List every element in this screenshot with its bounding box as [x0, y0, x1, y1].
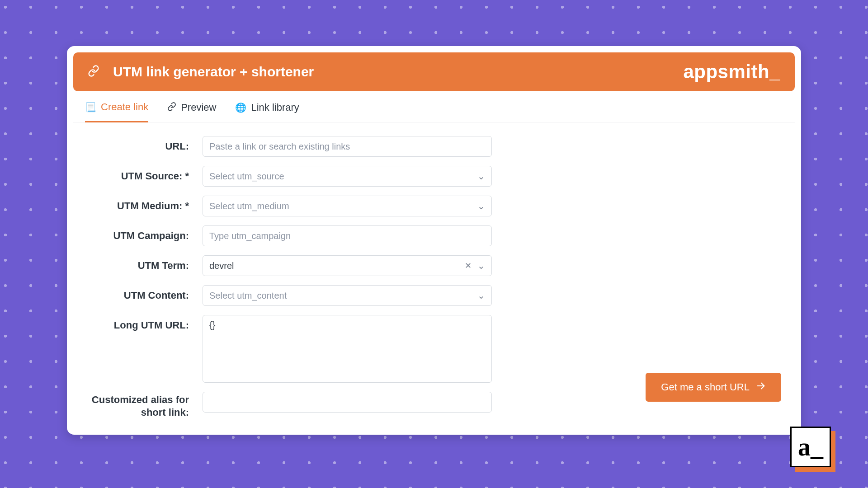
form: URL: Paste a link or search existing lin… — [73, 122, 795, 432]
tab-label: Preview — [181, 102, 216, 113]
label-content: UTM Content: — [85, 285, 203, 306]
label-url: URL: — [85, 136, 203, 157]
get-short-url-button[interactable]: Get me a short URL — [646, 373, 781, 402]
link-icon — [88, 65, 99, 79]
document-icon: 📃 — [85, 102, 96, 113]
logo-box: a_ — [790, 427, 831, 467]
chevron-down-icon: ⌄ — [477, 260, 485, 271]
utm-medium-select[interactable]: Select utm_medium ⌄ — [203, 196, 492, 216]
chevron-down-icon: ⌄ — [477, 290, 485, 301]
field-value: {} — [209, 320, 215, 330]
row-content: UTM Content: Select utm_content ⌄ — [85, 285, 783, 306]
label-source: UTM Source: * — [85, 166, 203, 187]
alias-input[interactable] — [203, 392, 492, 413]
close-icon[interactable]: ✕ — [465, 261, 472, 271]
placeholder-text: Select utm_source — [209, 171, 284, 182]
app-card: UTM link generator + shortener appsmith_… — [67, 46, 801, 435]
utm-source-select[interactable]: Select utm_source ⌄ — [203, 166, 492, 187]
tabs: 📃 Create link Preview 🌐 Link library — [73, 91, 795, 122]
globe-icon: 🌐 — [235, 102, 246, 113]
row-term: UTM Term: devrel ✕ ⌄ — [85, 255, 783, 276]
header-left: UTM link generator + shortener — [88, 64, 314, 80]
tab-label: Link library — [251, 102, 299, 113]
placeholder-text: Select utm_content — [209, 291, 287, 301]
tab-link-library[interactable]: 🌐 Link library — [235, 101, 299, 122]
row-url: URL: Paste a link or search existing lin… — [85, 136, 783, 157]
logo-text: a_ — [798, 432, 823, 461]
long-url-textarea[interactable]: {} — [203, 315, 492, 383]
utm-campaign-input[interactable]: Type utm_campaign — [203, 225, 492, 246]
field-value: devrel — [209, 261, 234, 271]
row-source: UTM Source: * Select utm_source ⌄ — [85, 166, 783, 187]
label-alias: Customized alias for short link: — [85, 392, 203, 419]
tab-create-link[interactable]: 📃 Create link — [85, 101, 148, 122]
utm-term-select[interactable]: devrel ✕ ⌄ — [203, 255, 492, 276]
label-long-url: Long UTM URL: — [85, 315, 203, 336]
chevron-down-icon: ⌄ — [477, 201, 485, 211]
placeholder-text: Type utm_campaign — [209, 231, 291, 241]
brand-logo: appsmith_ — [683, 61, 780, 83]
utm-content-select[interactable]: Select utm_content ⌄ — [203, 285, 492, 306]
row-medium: UTM Medium: * Select utm_medium ⌄ — [85, 196, 783, 216]
label-campaign: UTM Campaign: — [85, 225, 203, 246]
tab-preview[interactable]: Preview — [167, 101, 216, 122]
tab-label: Create link — [101, 101, 148, 113]
label-term: UTM Term: — [85, 255, 203, 276]
link-icon — [167, 102, 176, 113]
row-campaign: UTM Campaign: Type utm_campaign — [85, 225, 783, 246]
placeholder-text: Paste a link or search existing links — [209, 141, 350, 152]
appsmith-corner-logo: a_ — [790, 427, 835, 472]
chevron-down-icon: ⌄ — [477, 171, 485, 182]
cta-label: Get me a short URL — [661, 381, 750, 393]
header-bar: UTM link generator + shortener appsmith_ — [73, 52, 795, 91]
placeholder-text: Select utm_medium — [209, 201, 289, 211]
arrow-right-icon — [756, 381, 766, 394]
label-medium: UTM Medium: * — [85, 196, 203, 216]
page-title: UTM link generator + shortener — [113, 64, 314, 80]
url-input[interactable]: Paste a link or search existing links — [203, 136, 492, 157]
